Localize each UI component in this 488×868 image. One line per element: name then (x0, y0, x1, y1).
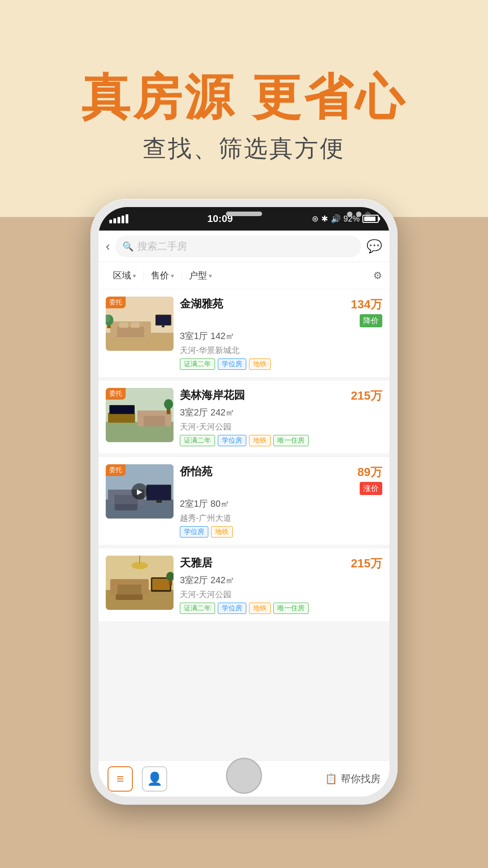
signal-bars (109, 214, 128, 223)
phone-frame: 10:09 ⊛ ✱ 🔊 92% ‹ 🔍 搜索二手房 💬 (90, 199, 398, 805)
status-right: ⊛ ✱ 🔊 92% (312, 214, 379, 224)
listing-price-1: 134万 (351, 297, 382, 312)
search-bar[interactable]: 🔍 搜索二手房 (115, 236, 361, 257)
svg-rect-43 (110, 579, 117, 594)
svg-rect-6 (144, 321, 151, 337)
filter-bar: 区域 ▾ 售价 ▾ 户型 ▾ ⚙ (99, 262, 389, 289)
listing-name-2: 美林海岸花园 (180, 388, 245, 402)
wifi-icon: ⊛ (312, 214, 319, 224)
listing-price-col-3: 89万 涨价 (357, 464, 382, 495)
help-find-room-button[interactable]: 📋 帮你找房 (316, 772, 389, 786)
listing-price-2: 215万 (351, 388, 382, 404)
tag-zhenman: 证满二年 (180, 359, 215, 370)
listing-name-1: 金湖雅苑 (180, 297, 223, 311)
entrust-badge-2: 委托 (106, 388, 126, 400)
filter-more-icon[interactable]: ⚙ (373, 270, 382, 282)
dot-1 (347, 212, 352, 217)
signal-bar-5 (126, 214, 128, 223)
phone-screen: 10:09 ⊛ ✱ 🔊 92% ‹ 🔍 搜索二手房 💬 (99, 207, 389, 797)
tag-ditie-2: 地铁 (249, 435, 271, 446)
listing-tags-4: 证满二年 学位房 地铁 唯一住房 (180, 603, 382, 614)
listing-location-1: 天河-华景新城北 (180, 345, 382, 356)
svg-rect-8 (131, 322, 140, 328)
listing-tags-1: 证满二年 学位房 地铁 (180, 359, 382, 370)
help-text: 帮你找房 (341, 772, 380, 786)
tag-zhenman-2: 证满二年 (180, 435, 215, 446)
signal-bar-4 (122, 216, 124, 223)
back-button[interactable]: ‹ (106, 239, 110, 254)
svg-rect-35 (147, 486, 170, 500)
tag-weiyi-2: 唯一住房 (273, 435, 309, 446)
search-placeholder: 搜索二手房 (137, 240, 187, 253)
listing-detail-3: 2室1厅 80㎡ (180, 498, 382, 510)
svg-point-26 (164, 399, 173, 409)
listing-name-4: 天雅居 (180, 556, 212, 570)
listing-name-3: 侨怡苑 (180, 464, 212, 479)
tag-xueweiroom-3: 学位房 (180, 526, 208, 538)
entrust-badge-3: 委托 (106, 464, 126, 476)
play-button-3[interactable]: ▶ (131, 483, 148, 500)
listing-detail-1: 3室1厅 142㎡ (180, 330, 382, 342)
listing-price-4: 215万 (351, 556, 382, 571)
svg-rect-23 (137, 410, 144, 426)
svg-rect-49 (116, 594, 143, 600)
user-tab-button[interactable]: 👤 (142, 766, 167, 792)
room-svg-4 (106, 556, 174, 610)
search-icon: 🔍 (122, 241, 134, 252)
listings-area: 委托 金湖雅苑 134万 降价 3室1厅 142㎡ 天河-华景新城北 (99, 289, 389, 760)
filter-type[interactable]: 户型 ▾ (182, 269, 219, 282)
svg-rect-20 (110, 406, 134, 413)
listing-location-4: 天河-天河公园 (180, 589, 382, 600)
phone-shell: 10:09 ⊛ ✱ 🔊 92% ‹ 🔍 搜索二手房 💬 (90, 199, 398, 805)
filter-price-label: 售价 (151, 269, 169, 282)
phone-home-button[interactable] (226, 758, 262, 794)
phone-top-notch (226, 212, 262, 216)
listing-header-2: 美林海岸花园 215万 (180, 388, 382, 404)
price-change-1: 降价 (360, 314, 382, 327)
help-icon: 📋 (325, 773, 337, 785)
tag-ditie: 地铁 (249, 359, 271, 370)
listing-card-4[interactable]: 天雅居 215万 3室2厅 242㎡ 天河-天河公园 证满二年 学位房 地铁 唯… (99, 548, 389, 621)
tag-weiyi-4: 唯一住房 (273, 603, 309, 614)
bluetooth-icon: ✱ (321, 214, 328, 224)
tag-zhenman-4: 证满二年 (180, 603, 215, 614)
svg-rect-10 (156, 316, 170, 325)
svg-rect-37 (115, 504, 137, 510)
filter-price[interactable]: 售价 ▾ (144, 269, 181, 282)
main-title: 真房源 更省心 (81, 71, 407, 124)
listing-image-3: 委托 ▶ (106, 464, 174, 519)
svg-rect-44 (141, 579, 149, 594)
tag-xueweiroom-4: 学位房 (218, 603, 246, 614)
listing-location-2: 天河-天河公园 (180, 421, 382, 432)
svg-rect-11 (162, 326, 164, 327)
tag-ditie-4: 地铁 (249, 603, 271, 614)
filter-area[interactable]: 区域 ▾ (106, 269, 143, 282)
listing-card-3[interactable]: 委托 ▶ 侨怡苑 89万 涨价 2室1厅 80㎡ 越秀-广州大道 (99, 457, 389, 545)
listing-header-3: 侨怡苑 89万 涨价 (180, 464, 382, 495)
listing-card-2[interactable]: 委托 美林海岸花园 215万 3室2厅 242㎡ 天河-天河公园 证满二年 (99, 381, 389, 453)
listing-price-col-4: 215万 (351, 556, 382, 571)
message-button[interactable]: 💬 (366, 239, 382, 254)
listing-info-2: 美林海岸花园 215万 3室2厅 242㎡ 天河-天河公园 证满二年 学位房 地… (180, 388, 382, 446)
listing-card[interactable]: 委托 金湖雅苑 134万 降价 3室1厅 142㎡ 天河-华景新城北 (99, 289, 389, 377)
price-change-3: 涨价 (360, 482, 382, 495)
signal-bar-3 (117, 217, 120, 223)
filter-area-label: 区域 (113, 269, 131, 282)
tag-xueweiroom-2: 学位房 (218, 435, 246, 446)
tag-ditie-3: 地铁 (211, 526, 233, 538)
listing-info-1: 金湖雅苑 134万 降价 3室1厅 142㎡ 天河-华景新城北 证满二年 学位房… (180, 297, 382, 370)
listing-header-1: 金湖雅苑 134万 降价 (180, 297, 382, 327)
top-banner: 真房源 更省心 查找、筛选真方便 (0, 0, 488, 217)
svg-rect-32 (108, 490, 114, 505)
listing-tags-2: 证满二年 学位房 地铁 唯一住房 (180, 435, 382, 446)
status-bar: 10:09 ⊛ ✱ 🔊 92% (99, 207, 389, 231)
listing-location-3: 越秀-广州大道 (180, 513, 382, 524)
battery-icon (362, 215, 379, 223)
entrust-badge-1: 委托 (106, 297, 126, 308)
nav-bar: ‹ 🔍 搜索二手房 💬 (99, 231, 389, 262)
listing-tags-3: 学位房 地铁 (180, 526, 382, 538)
signal-bar-2 (113, 218, 116, 223)
list-tab-button[interactable]: ≡ (108, 766, 133, 792)
svg-rect-36 (156, 500, 162, 503)
listing-header-4: 天雅居 215万 (180, 556, 382, 571)
